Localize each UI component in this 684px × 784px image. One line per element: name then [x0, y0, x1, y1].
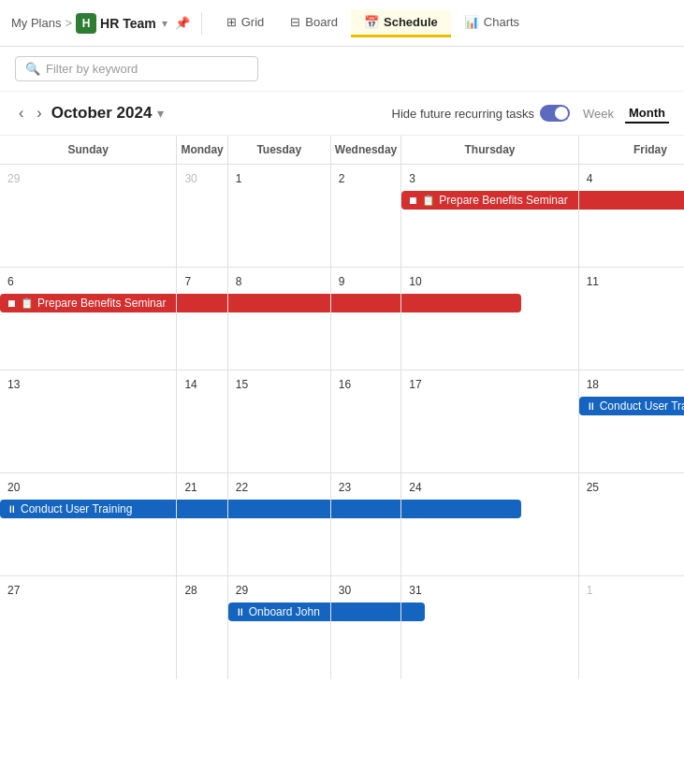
day-oct28[interactable]: 28 [177, 576, 227, 679]
day-oct8[interactable]: 8 [227, 268, 330, 370]
day-oct30[interactable]: 30 [330, 576, 400, 679]
team-name: HR Team [100, 16, 156, 31]
hide-recurring-toggle[interactable] [540, 105, 570, 122]
col-tuesday: Tuesday [227, 136, 330, 165]
grid-icon: ⊞ [226, 15, 237, 29]
day-num: 25 [583, 479, 603, 496]
week-view-button[interactable]: Week [579, 105, 618, 123]
day-num: 1 [583, 582, 597, 599]
day-oct7[interactable]: 7 [177, 268, 227, 370]
calendar-header-row: Sunday Monday Tuesday Wednesday Thursday… [0, 136, 684, 165]
pause-icon: ⏸ [7, 503, 17, 515]
day-num: 2 [335, 170, 349, 187]
month-view-button[interactable]: Month [625, 104, 669, 123]
day-oct6[interactable]: 6 ⏹ 📋 Prepare Benefits Seminar [0, 268, 177, 370]
day-oct14[interactable]: 14 [177, 370, 227, 473]
day-oct21[interactable]: 21 [177, 473, 227, 576]
day-sep30[interactable]: 30 [177, 165, 227, 268]
pause-icon: ⏸ [235, 606, 245, 617]
day-num: 15 [232, 376, 252, 393]
stop-icon: ⏹ [408, 195, 418, 206]
day-num: 27 [4, 582, 23, 599]
cal-nav: ‹ › October 2024 ▾ [15, 103, 164, 123]
week-row-1: 29 30 1 2 3 ⏹ 📋 Prepare Benefits Seminar… [0, 165, 684, 268]
filter-placeholder: Filter by keyword [46, 62, 138, 76]
day-oct29[interactable]: 29 ⏸ Onboard John [227, 576, 330, 679]
week-row-2: 6 ⏹ 📋 Prepare Benefits Seminar 7 8 9 10 … [0, 268, 684, 370]
month-expand-button[interactable]: ▾ [157, 106, 164, 121]
day-num: 23 [335, 479, 355, 496]
day-num: 3 [405, 170, 419, 187]
filter-input-wrapper[interactable]: 🔍 Filter by keyword [15, 56, 258, 81]
stop-icon: ⏹ [7, 298, 17, 309]
day-oct13[interactable]: 13 [0, 370, 177, 473]
day-sep29[interactable]: 29 [0, 165, 177, 268]
day-oct22[interactable]: 22 [227, 473, 330, 576]
week-row-3: 13 14 15 16 17 18 ⏸ Conduct User Trainin… [0, 370, 684, 473]
day-num: 17 [405, 376, 425, 393]
day-num: 28 [181, 582, 200, 599]
prev-month-button[interactable]: ‹ [15, 103, 27, 123]
next-month-button[interactable]: › [33, 103, 45, 123]
pin-icon: 📌 [175, 16, 190, 30]
day-num: 29 [232, 582, 252, 599]
col-sunday: Sunday [0, 136, 177, 165]
event-label: Onboard John [249, 605, 320, 618]
day-nov1[interactable]: 1 [578, 576, 684, 679]
tab-grid[interactable]: ⊞ Grid [213, 9, 278, 37]
charts-icon: 📊 [464, 15, 479, 29]
tab-schedule[interactable]: 📅 Schedule [351, 9, 451, 37]
day-num: 1 [232, 170, 246, 187]
day-num: 22 [232, 479, 252, 496]
day-num: 31 [405, 582, 425, 599]
tab-board[interactable]: ⊟ Board [277, 9, 351, 37]
view-switcher: Week Month [579, 104, 669, 123]
day-num: 16 [335, 376, 355, 393]
day-oct24[interactable]: 24 [401, 473, 578, 576]
day-num: 9 [335, 273, 349, 290]
day-num: 20 [4, 479, 23, 496]
event-label: Prepare Benefits Seminar [37, 297, 166, 310]
event-label: Conduct User Training [600, 399, 684, 413]
col-wednesday: Wednesday [330, 136, 400, 165]
calendar-grid: Sunday Monday Tuesday Wednesday Thursday… [0, 136, 684, 679]
day-oct10[interactable]: 10 [401, 268, 578, 370]
day-oct20[interactable]: 20 ⏸ Conduct User Training [0, 473, 177, 576]
day-oct3[interactable]: 3 ⏹ 📋 Prepare Benefits Seminar [401, 165, 578, 268]
day-num: 21 [181, 479, 200, 496]
event-label: Prepare Benefits Seminar [439, 194, 567, 207]
event-conduct-training-1[interactable]: ⏸ Conduct User Training [579, 397, 684, 415]
week-row-4: 20 ⏸ Conduct User Training 21 22 23 24 2… [0, 473, 684, 576]
tab-schedule-label: Schedule [384, 15, 438, 29]
day-oct31[interactable]: 31 [401, 576, 578, 679]
team-icon: H [76, 13, 96, 34]
day-num: 13 [4, 376, 23, 393]
day-oct17[interactable]: 17 [401, 370, 578, 473]
day-num: 8 [232, 273, 246, 290]
day-oct2[interactable]: 2 [330, 165, 400, 268]
day-oct23[interactable]: 23 [330, 473, 400, 576]
day-oct4[interactable]: 4 [578, 165, 684, 268]
day-oct25[interactable]: 25 [578, 473, 684, 576]
tab-grid-label: Grid [241, 15, 265, 29]
day-oct16[interactable]: 16 [330, 370, 400, 473]
day-oct15[interactable]: 15 [227, 370, 330, 473]
my-plans-link[interactable]: My Plans [11, 16, 61, 30]
day-oct18[interactable]: 18 ⏸ Conduct User Training [578, 370, 684, 473]
cal-controls: Hide future recurring tasks Week Month [392, 104, 669, 123]
day-num: 7 [181, 273, 195, 290]
table-icon: 📋 [422, 195, 435, 207]
day-num: 14 [181, 376, 200, 393]
tab-charts[interactable]: 📊 Charts [451, 9, 532, 37]
tab-charts-label: Charts [484, 15, 519, 29]
breadcrumb-separator: > [65, 16, 72, 30]
hide-recurring-label: Hide future recurring tasks [392, 107, 534, 121]
day-oct27[interactable]: 27 [0, 576, 177, 679]
team-dropdown-icon[interactable]: ▾ [162, 17, 167, 30]
day-oct1[interactable]: 1 [227, 165, 330, 268]
day-num: 11 [583, 273, 603, 290]
tab-board-label: Board [305, 15, 338, 29]
calendar-header: ‹ › October 2024 ▾ Hide future recurring… [0, 92, 684, 136]
day-oct11[interactable]: 11 [578, 268, 684, 370]
day-oct9[interactable]: 9 [330, 268, 400, 370]
